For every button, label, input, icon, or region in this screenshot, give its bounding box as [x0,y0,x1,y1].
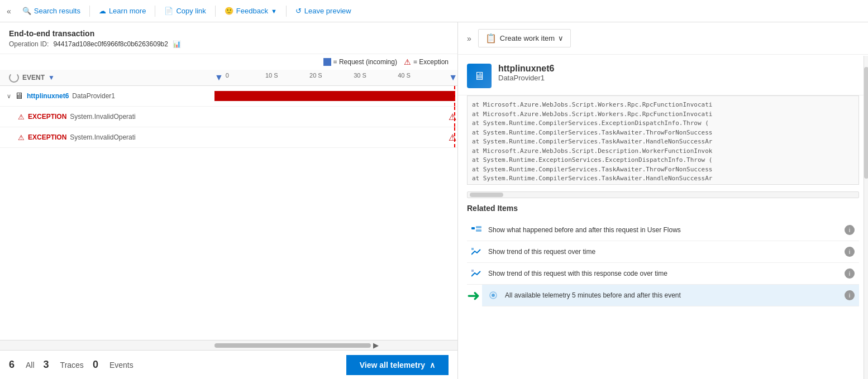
traces-label: Traces [60,361,84,370]
exception-marker-1: ⚠ [449,112,456,122]
smile-icon: 🙂 [225,7,233,15]
stack-line: at System.Runtime.CompilerServices.Excep… [472,119,854,128]
related-item-4-container: ➜ All available telemetry 5 minutes befo… [467,285,859,306]
legend: = Request (incoming) ⚠ = Exception [0,54,457,70]
event-cell-3: ⚠ EXCEPTION System.InvalidOperati [0,130,212,145]
svg-rect-1 [476,226,481,228]
tick-40s: 40 S [398,72,411,79]
triangle-end: ▼ [449,73,457,83]
list-item[interactable]: Show what happened before and after this… [467,219,859,241]
topbar: « 🔍 Search results ☁ Learn more 📄 Copy l… [0,0,868,22]
timeline-bar-1 [212,86,457,106]
stack-line: at System.Runtime.CompilerServices.TaskA… [472,137,854,147]
timeline-area: = Request (incoming) ⚠ = Exception EVENT… [0,54,457,350]
events-count: 0 [93,359,98,371]
search-icon: 🔍 [22,7,31,15]
service-icon: 🖥 [467,64,492,88]
list-item[interactable]: Show trend of this request over time i [467,241,859,263]
stack-line: at Microsoft.Azure.WebJobs.Script.Descri… [472,147,854,156]
view-all-telemetry-button[interactable]: View all telemetry ∧ [346,355,449,375]
warning-icon-ex1: ⚠ [18,113,25,121]
feedback-button[interactable]: 🙂 Feedback ▼ [220,4,282,17]
stats-area: 6 All 3 Traces 0 Events [9,359,133,371]
related-title: Related Items [467,204,859,213]
bottom-bar: 6 All 3 Traces 0 Events View all telemet… [0,350,457,379]
stack-scrollbar[interactable] [467,191,859,198]
right-scrollbar[interactable] [864,56,868,379]
right-panel: » 📋 Create work item ∨ 🖥 httplinuxnet6 D… [458,22,868,379]
right-header: » 📋 Create work item ∨ [458,22,868,55]
related-item-text: Show what happened before and after this… [488,226,839,234]
chevron-down-icon: ▼ [271,8,277,15]
monitor-icon[interactable]: 📊 [173,40,181,48]
tick-30s: 30 S [354,72,366,79]
service-details: httplinuxnet6 DataProvider1 [498,64,554,82]
copy-icon: 📄 [164,7,173,15]
transaction-header: End-to-end transaction Operation ID: 944… [0,22,457,54]
event-cell-1: ∨ 🖥 httplinuxnet6 DataProvider1 [0,88,212,104]
related-item-text: Show trend of this request over time [488,248,839,256]
telemetry-icon [488,291,499,300]
cloud-service-icon: 🖥 [474,70,485,83]
timeline-column-header: ▼ 0 10 S 20 S 30 S 40 S ▼ [212,72,457,83]
separator1 [89,6,90,17]
expand-icon[interactable]: ∨ [7,93,11,100]
timeline-bar-2: ⚠ [212,107,457,127]
main-layout: End-to-end transaction Operation ID: 944… [0,22,868,379]
leave-preview-button[interactable]: ↺ Leave preview [291,4,356,17]
service-sub: DataProvider1 [498,74,554,82]
chevron-up-icon: ∧ [430,361,435,370]
separator4 [286,6,287,17]
svg-rect-0 [471,227,475,229]
events-label: Events [109,361,133,370]
timeline-bar-3: ⚠ [212,127,457,147]
list-item[interactable]: Show trend of this request with this res… [467,263,859,285]
separator2 [155,6,155,17]
info-icon[interactable]: i [845,290,855,300]
svg-rect-3 [471,248,474,250]
learn-more-button[interactable]: ☁ Learn more [94,4,150,17]
info-icon[interactable]: i [845,268,855,279]
svg-rect-2 [476,229,481,232]
warning-icon-ex2: ⚠ [18,133,25,142]
column-headers: EVENT ▼ ▼ 0 10 S 20 S 30 S 40 S ▼ [0,70,457,86]
triangle-start: ▼ [214,73,223,83]
trend-code-icon [471,269,483,278]
cloud-icon: ☁ [99,7,106,15]
create-work-item-button[interactable]: 📋 Create work item ∨ [478,29,571,47]
svg-rect-4 [471,270,474,272]
tick-20s: 20 S [309,72,322,79]
refresh-icon: ↺ [295,7,302,15]
service-name: httplinuxnet6 [498,64,554,74]
scroll-right-arrow[interactable]: ▶ [373,341,379,349]
search-results-button[interactable]: 🔍 Search results [18,4,85,17]
info-icon[interactable]: i [845,225,855,235]
refresh-circle-icon[interactable] [9,73,19,83]
service-info: 🖥 httplinuxnet6 DataProvider1 [458,55,868,95]
stack-line: at System.Runtime.ExceptionServices.Exce… [472,156,854,165]
scroll-thumb[interactable] [214,343,371,348]
filter-icon[interactable]: ▼ [48,74,55,81]
table-row[interactable]: ⚠ EXCEPTION System.InvalidOperati ⚠ [0,107,457,127]
collapse-icon[interactable]: « [7,7,11,16]
table-row[interactable]: ∨ 🖥 httplinuxnet6 DataProvider1 [0,86,457,107]
stack-line: at System.Runtime.CompilerServices.TaskA… [472,128,854,138]
related-section: Related Items Show what happened before … [458,204,868,379]
server-icon: 🖥 [15,91,23,101]
list-item[interactable]: All available telemetry 5 minutes before… [482,285,859,306]
event-column-header: EVENT ▼ [0,73,212,83]
info-icon[interactable]: i [845,247,855,257]
exception-marker-2: ⚠ [449,132,456,143]
table-row[interactable]: ⚠ EXCEPTION System.InvalidOperati ⚠ [0,127,457,148]
scroll-area: ▶ [0,340,457,350]
tick-0: 0 [226,72,229,79]
expand-right-icon[interactable]: » [467,34,471,43]
task-icon: 📋 [485,33,497,44]
trend-icon [471,247,483,256]
stack-trace[interactable]: at Microsoft.Azure.WebJobs.Script.Worker… [467,95,859,185]
copy-link-button[interactable]: 📄 Copy link [160,4,210,17]
event-rows: ∨ 🖥 httplinuxnet6 DataProvider1 ⚠ EXCEPT… [0,86,457,340]
legend-request-box [323,58,331,66]
traces-count: 3 [44,359,49,371]
related-item-text: Show trend of this request with this res… [488,270,839,277]
